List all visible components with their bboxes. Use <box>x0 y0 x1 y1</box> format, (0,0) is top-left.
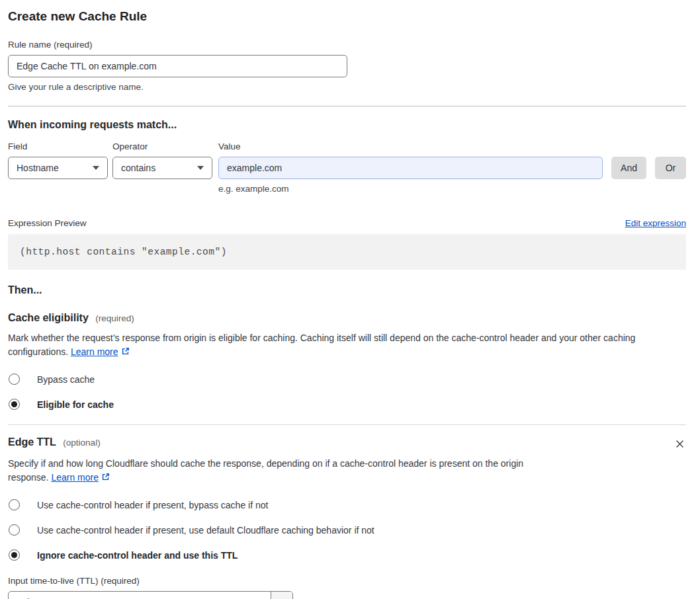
radio-bypass-cache[interactable]: Bypass cache <box>8 374 686 385</box>
radio-circle-checked[interactable] <box>9 549 20 561</box>
value-help: e.g. example.com <box>218 184 603 194</box>
value-label: Value <box>218 141 603 151</box>
radio-ignore-header-ttl[interactable]: Ignore cache-control header and use this… <box>8 549 686 561</box>
field-column: Field Hostname <box>8 141 108 179</box>
cache-eligibility-learn-more-link[interactable]: Learn more <box>71 346 118 357</box>
close-edge-ttl-button[interactable] <box>674 438 686 452</box>
edge-ttl-section: Edge TTL (optional) Specify if and how l… <box>8 436 686 599</box>
radio-circle-unchecked[interactable] <box>9 374 20 385</box>
edge-ttl-heading: Edge TTL <box>8 436 56 448</box>
ttl-select-arrow-button[interactable] <box>271 592 292 599</box>
field-select-value: Hostname <box>17 163 59 173</box>
edge-ttl-learn-more-link[interactable]: Learn more <box>51 472 99 483</box>
edit-expression-link[interactable]: Edit expression <box>625 218 686 228</box>
cache-eligibility-heading: Cache eligibility <box>8 312 89 323</box>
expression-code: (http.host contains "example.com") <box>20 247 227 257</box>
field-label: Field <box>8 141 108 151</box>
match-section-heading: When incoming requests match... <box>8 119 686 131</box>
radio-use-header-bypass[interactable]: Use cache-control header if present, byp… <box>8 499 686 510</box>
close-icon <box>675 441 685 451</box>
cache-eligibility-description: Mark whether the request’s response from… <box>8 331 676 360</box>
radio-circle-checked[interactable] <box>9 399 20 410</box>
radio-eligible-for-cache[interactable]: Eligible for cache <box>8 399 686 410</box>
operator-column: Operator contains <box>112 141 212 179</box>
expression-preview-row: Expression Preview Edit expression <box>8 218 686 228</box>
value-input[interactable] <box>218 157 603 179</box>
match-builder-row: Field Hostname Operator contains Value e… <box>8 141 686 194</box>
field-select[interactable]: Hostname <box>8 157 108 179</box>
value-column: Value e.g. example.com <box>218 141 603 194</box>
operator-select-value: contains <box>121 163 155 173</box>
rule-name-label: Rule name (required) <box>8 40 686 50</box>
external-link-icon <box>101 471 110 485</box>
cache-eligibility-section: Cache eligibility (required) Mark whethe… <box>8 312 686 410</box>
cache-eligibility-qualifier: (required) <box>95 313 134 323</box>
ttl-select-value: 1 day <box>9 592 271 599</box>
radio-circle-unchecked[interactable] <box>9 499 20 510</box>
chevron-down-icon <box>197 166 204 170</box>
divider <box>8 424 686 425</box>
chevron-down-icon <box>93 166 99 170</box>
or-button[interactable]: Or <box>655 157 686 179</box>
rule-name-input[interactable] <box>8 55 347 77</box>
expression-preview-label: Expression Preview <box>8 218 87 228</box>
and-button[interactable]: And <box>611 157 646 179</box>
ttl-label: Input time-to-live (TTL) (required) <box>8 576 686 586</box>
rule-name-help: Give your rule a descriptive name. <box>8 82 686 92</box>
radio-circle-unchecked[interactable] <box>9 524 20 536</box>
edge-ttl-description: Specify if and how long Cloudflare shoul… <box>8 457 560 485</box>
divider <box>8 106 686 106</box>
radio-label: Bypass cache <box>37 374 95 385</box>
rule-name-group: Rule name (required) Give your rule a de… <box>8 40 686 92</box>
ttl-select[interactable]: 1 day <box>8 591 293 599</box>
expression-code-block: (http.host contains "example.com") <box>8 234 686 270</box>
page-title: Create new Cache Rule <box>8 9 686 24</box>
logic-buttons: And Or <box>603 157 686 179</box>
operator-select[interactable]: contains <box>112 157 212 179</box>
operator-label: Operator <box>112 141 212 151</box>
radio-label: Use cache-control header if present, byp… <box>37 500 268 510</box>
ttl-input-group: Input time-to-live (TTL) (required) 1 da… <box>8 576 686 599</box>
then-heading: Then... <box>8 284 686 296</box>
radio-label: Ignore cache-control header and use this… <box>37 550 238 561</box>
external-link-icon <box>121 346 130 360</box>
radio-label: Use cache-control header if present, use… <box>37 525 374 536</box>
radio-label: Eligible for cache <box>37 399 114 410</box>
radio-use-header-default[interactable]: Use cache-control header if present, use… <box>8 524 686 536</box>
edge-ttl-qualifier: (optional) <box>63 438 100 448</box>
